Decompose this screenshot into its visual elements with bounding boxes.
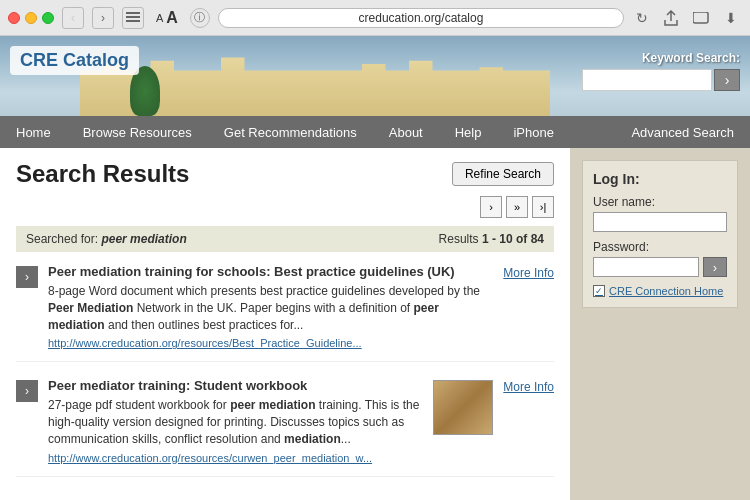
more-info-button[interactable]: More Info [503,380,554,394]
result-url[interactable]: http://www.creducation.org/resources/cur… [48,452,423,464]
password-label: Password: [593,240,727,254]
result-description: 8-page Word document which presents best… [48,283,493,333]
result-title: Peer mediation training for schools: Bes… [48,264,493,279]
login-box: Log In: User name: Password: › ✓ CRE Con… [582,160,738,308]
site-header: CRE Catalog Keyword Search: › [0,36,750,116]
result-arrow-icon: › [16,266,38,288]
url-text: creducation.org/catalog [359,11,484,25]
minimize-button[interactable] [25,12,37,24]
sidebar: Log In: User name: Password: › ✓ CRE Con… [570,148,750,500]
username-input[interactable] [593,212,727,232]
pagination-row: › » ›| [16,196,554,218]
refine-search-button[interactable]: Refine Search [452,162,554,186]
nav-item-iphone[interactable]: iPhone [497,116,569,148]
results-label: Results [439,232,479,246]
svg-rect-0 [126,12,140,14]
reload-button[interactable]: ↻ [632,8,652,28]
result-item: › Peer mediator training: Student workbo… [16,378,554,476]
browser-chrome: ‹ › A A ⓘ creducation.org/catalog ↻ ⬇ [0,0,750,36]
search-query-value: peer mediation [101,232,186,246]
address-bar[interactable]: creducation.org/catalog [218,8,624,28]
content-area: Search Results Refine Search › » ›| Sear… [0,148,570,500]
login-title: Log In: [593,171,727,187]
password-input[interactable] [593,257,699,277]
result-description: 27-page pdf student workbook for peer me… [48,397,423,447]
share-button[interactable] [660,7,682,29]
forward-button[interactable]: › [92,7,114,29]
results-range-text: Results 1 - 10 of 84 [439,232,544,246]
last-page-button[interactable]: ›| [532,196,554,218]
page: CRE Catalog Keyword Search: › Home Brows… [0,36,750,500]
search-query-text: Searched for: peer mediation [26,232,187,246]
nav-item-home[interactable]: Home [0,116,67,148]
keyword-input-row: › [582,69,740,91]
nav-item-recommendations[interactable]: Get Recommendations [208,116,373,148]
nav-item-help[interactable]: Help [439,116,498,148]
result-url[interactable]: http://www.creducation.org/resources/Bes… [48,337,493,349]
more-info-button[interactable]: More Info [503,266,554,280]
result-row: › Peer mediation training for schools: B… [16,264,554,349]
svg-rect-3 [693,12,708,23]
logo-area: CRE Catalog [10,46,139,75]
search-results-title: Search Results [16,160,189,188]
result-title: Peer mediator training: Student workbook [48,378,423,393]
search-results-header: Search Results Refine Search [16,160,554,188]
svg-rect-2 [126,20,140,22]
nav-item-browse[interactable]: Browse Resources [67,116,208,148]
result-row: › Peer mediator training: Student workbo… [16,378,554,463]
font-large-button[interactable]: A [166,9,178,27]
result-item: › Peer mediation training for schools: B… [16,264,554,362]
cre-connection-link[interactable]: ✓ CRE Connection Home [593,285,727,297]
results-range: 1 - 10 of 84 [482,232,544,246]
info-button[interactable]: ⓘ [190,8,210,28]
main-layout: Search Results Refine Search › » ›| Sear… [0,148,750,500]
next-next-page-button[interactable]: » [506,196,528,218]
result-thumbnail [433,380,493,435]
advanced-search-link[interactable]: Advanced Search [615,125,750,140]
keyword-search-label: Keyword Search: [642,51,740,65]
site-logo: CRE Catalog [20,50,129,70]
result-arrow-icon: › [16,380,38,402]
username-label: User name: [593,195,727,209]
close-button[interactable] [8,12,20,24]
next-page-button[interactable]: › [480,196,502,218]
maximize-button[interactable] [42,12,54,24]
keyword-go-button[interactable]: › [714,69,740,91]
search-info-bar: Searched for: peer mediation Results 1 -… [16,226,554,252]
new-tab-button[interactable] [690,7,712,29]
font-buttons: A A [156,9,178,27]
svg-rect-1 [126,16,140,18]
login-submit-button[interactable]: › [703,257,727,277]
keyword-search-input[interactable] [582,69,712,91]
traffic-lights [8,12,54,24]
result-content: Peer mediator training: Student workbook… [48,378,423,463]
keyword-search-widget: Keyword Search: › [582,51,740,91]
back-button[interactable]: ‹ [62,7,84,29]
view-button[interactable] [122,7,144,29]
nav-item-about[interactable]: About [373,116,439,148]
main-nav: Home Browse Resources Get Recommendation… [0,116,750,148]
searched-for-label: Searched for: [26,232,98,246]
font-small-button[interactable]: A [156,12,163,24]
cre-checkbox: ✓ [593,285,605,297]
result-content: Peer mediation training for schools: Bes… [48,264,493,349]
download-button[interactable]: ⬇ [720,7,742,29]
